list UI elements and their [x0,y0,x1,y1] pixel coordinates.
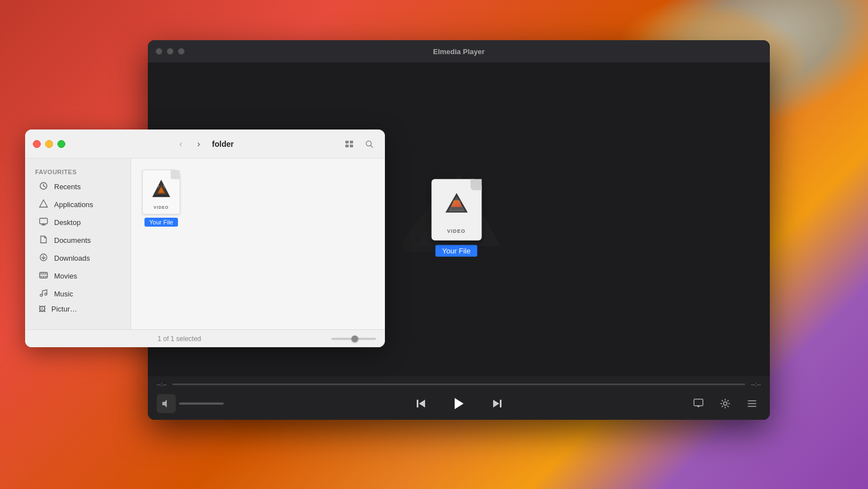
file-doc-small: VIDEO [142,170,180,214]
sidebar-label-pictures: Pictur… [51,305,77,313]
sidebar-label-recents: Recents [54,183,81,191]
next-button[interactable] [487,394,507,414]
desktop-icon [38,217,49,228]
svg-marker-6 [162,400,167,408]
time-elapsed: --:-- [157,381,167,387]
finder-maximize-button[interactable] [57,140,65,148]
file-name-badge: Your File [144,218,177,227]
player-file-display: VIDEO Your File [431,179,481,257]
finder-toolbar-right [341,136,377,152]
svg-line-26 [44,186,45,187]
movies-icon [38,271,49,281]
time-total: --:-- [751,381,761,387]
svg-line-23 [371,145,373,147]
file-type-badge: VIDEO [154,205,169,209]
player-window-controls [156,48,185,55]
svg-marker-9 [455,398,464,409]
sidebar-label-movies: Movies [54,272,77,280]
svg-point-14 [724,402,727,405]
sidebar-item-pictures[interactable]: 🖼 Pictur… [28,303,127,314]
svg-marker-8 [419,400,425,408]
sidebar-item-desktop[interactable]: Desktop [28,214,127,231]
nav-back-button[interactable]: ‹ [173,136,189,152]
sidebar-label-applications: Applications [54,200,93,209]
sidebar-label-desktop: Desktop [54,218,81,227]
svg-rect-18 [345,141,349,143]
svg-rect-21 [350,145,353,147]
player-controls-bar: --:-- --:-- [148,376,770,420]
recents-icon [38,181,49,192]
svg-rect-7 [417,400,418,408]
applications-icon [38,199,49,210]
elmedia-logo-large [442,190,470,218]
svg-rect-28 [40,218,47,224]
progress-track[interactable] [172,383,746,385]
nav-forward-button[interactable]: › [191,136,206,152]
svg-point-42 [40,294,42,296]
svg-rect-10 [500,400,501,408]
sidebar-item-recents[interactable]: Recents [28,178,127,195]
file-type-label-large: VIDEO [447,228,465,234]
right-controls [689,395,761,413]
sidebar-item-applications[interactable]: Applications [28,196,127,213]
view-options-button[interactable] [341,136,357,152]
search-button[interactable] [361,136,377,152]
zoom-thumb [351,335,358,342]
finder-titlebar: ‹ › folder [25,130,385,159]
svg-marker-27 [40,200,47,207]
music-icon [38,289,49,299]
sidebar-item-movies[interactable]: Movies [28,267,127,285]
elmedia-logo-small [151,178,172,199]
player-title: Elmedia Player [433,47,485,56]
playlist-button[interactable] [743,395,761,413]
player-maximize-button[interactable] [178,48,185,55]
finder-sidebar: Favourites Recents Applicatio [25,159,131,329]
finder-window: ‹ › folder Favou [25,130,385,347]
player-minimize-button[interactable] [167,48,173,55]
downloads-icon [38,253,49,263]
zoom-slider[interactable] [331,338,376,340]
file-item-your-file[interactable]: VIDEO Your File [142,170,180,227]
zoom-track[interactable] [331,338,376,340]
player-titlebar: Elmedia Player [148,40,770,63]
finder-close-button[interactable] [33,140,41,148]
finder-folder-name: folder [212,140,234,148]
sidebar-label-downloads: Downloads [54,254,90,262]
play-button[interactable] [447,391,471,416]
player-file-name-badge: Your File [436,245,478,257]
volume-icon [161,399,171,409]
settings-button[interactable] [716,395,734,413]
finder-statusbar: 1 of 1 selected [25,329,385,347]
svg-marker-13 [696,405,701,408]
finder-content: VIDEO Your File [131,159,385,329]
airplay-button[interactable] [689,395,707,413]
player-close-button[interactable] [156,48,162,55]
svg-rect-20 [345,145,349,147]
progress-bar-container: --:-- --:-- [148,376,770,392]
sidebar-section-favourites: Favourites [25,165,131,178]
sidebar-item-documents[interactable]: Documents [28,232,127,249]
finder-status-text: 1 of 1 selected [34,335,325,343]
sidebar-item-downloads[interactable]: Downloads [28,250,127,267]
finder-minimize-button[interactable] [45,140,53,148]
svg-marker-11 [493,400,499,408]
player-file-doc-large: VIDEO [431,179,481,241]
finder-window-controls [33,140,65,148]
controls-row [148,392,770,420]
volume-section [157,394,224,413]
sidebar-label-documents: Documents [54,236,91,244]
sidebar-label-music: Music [54,290,73,298]
documents-icon [38,235,49,246]
svg-rect-19 [350,141,353,143]
svg-rect-12 [694,399,703,406]
sidebar-item-music[interactable]: Music [28,285,127,303]
finder-nav: ‹ › folder [173,136,237,152]
volume-button[interactable] [157,394,176,413]
playback-center [411,391,507,416]
pictures-icon: 🖼 [38,305,46,313]
finder-body: Favourites Recents Applicatio [25,159,385,329]
volume-slider[interactable] [179,402,224,405]
previous-button[interactable] [411,394,431,414]
svg-point-43 [45,293,47,295]
